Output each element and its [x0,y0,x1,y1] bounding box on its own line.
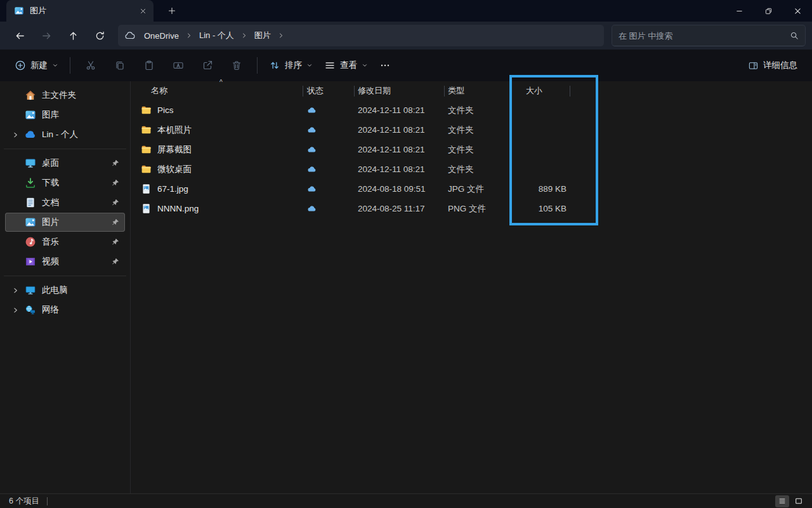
tab-title: 图片 [30,5,136,17]
file-row[interactable]: 本机照片2024-12-11 08:21文件夹 [131,120,812,140]
column-header-1[interactable]: 状态 [303,85,354,97]
pin-icon [111,159,120,168]
paste-button[interactable] [135,54,163,77]
file-row[interactable]: 微软桌面2024-12-11 08:21文件夹 [131,159,812,179]
sidebar-item-desktop[interactable]: 桌面 [5,154,125,173]
image-file-icon [141,203,152,214]
chevron-right-icon[interactable] [278,32,284,39]
file-explorer-window: { "tab": { "title": "图片" }, "navbar": { … [0,0,812,508]
details-pane-button[interactable]: 详细信息 [742,55,803,76]
sidebar-item-documents[interactable]: 文档 [5,193,125,212]
chevron-right-icon[interactable] [12,287,19,294]
sidebar-item-network[interactable]: 网络 [5,300,125,319]
column-separator[interactable] [444,86,445,97]
toolbar-separator [70,57,70,74]
column-header-2[interactable]: 修改日期 [354,85,444,97]
column-header-0[interactable]: 名称 [131,85,303,97]
back-icon [15,30,25,41]
sidebar-item-onedrive-lin[interactable]: Lin - 个人 [5,125,125,144]
sidebar-item-music[interactable]: 音乐 [5,232,125,251]
rename-button[interactable] [164,54,192,77]
chevron-right-icon[interactable] [186,32,192,39]
cut-icon [84,59,97,72]
delete-button[interactable] [223,54,251,77]
pc-icon [25,284,36,296]
new-tab-button[interactable] [162,1,181,20]
folder-icon [141,144,152,155]
breadcrumb-item-2[interactable]: 图片 [251,27,275,44]
sidebar-item-label: 此电脑 [38,284,106,296]
view-button-label: 查看 [340,60,357,71]
sort-ascending-indicator: ^ [219,79,223,86]
sidebar-item-label: 桌面 [38,157,106,169]
breadcrumb-item-1[interactable]: Lin - 个人 [195,27,238,44]
sidebar-item-home[interactable]: 主文件夹 [5,86,125,105]
file-name-cell: Pics [131,105,303,116]
sidebar-item-videos[interactable]: 视频 [5,252,125,271]
up-button[interactable] [61,25,85,46]
cut-button[interactable] [77,54,105,77]
chevron-spacer [12,239,19,246]
restore-button[interactable] [754,0,783,22]
file-row[interactable]: NNNN.png2024-08-25 11:17PNG 文件105 KB [131,199,812,218]
file-type: 文件夹 [444,144,511,156]
sort-button-label: 排序 [285,60,302,71]
chevron-right-icon[interactable] [241,32,247,39]
column-separator[interactable] [303,86,303,97]
copy-button[interactable] [106,54,134,77]
forward-button[interactable] [34,25,58,46]
more-options-button[interactable] [374,55,396,76]
minimize-button[interactable] [724,0,754,22]
pin-icon [111,218,120,227]
share-button[interactable] [193,54,221,77]
close-icon [140,8,146,14]
tab-pictures[interactable]: 图片 [6,0,154,22]
videos-icon [25,256,36,267]
file-date: 2024-12-11 08:21 [354,125,444,135]
back-button[interactable] [8,25,32,46]
sidebar-item-downloads[interactable]: 下载 [5,173,125,192]
ellipsis-icon [379,60,391,71]
file-row[interactable]: 67-1.jpg2024-08-18 09:51JPG 文件889 KB [131,179,812,199]
sidebar-item-label: 主文件夹 [38,90,106,101]
details-panel-icon [748,60,759,71]
breadcrumb-item-0[interactable]: OneDrive [140,29,183,43]
details-view-button[interactable] [775,495,789,507]
refresh-button[interactable] [88,25,112,46]
file-size: 889 KB [511,184,572,194]
view-button[interactable]: 查看 [318,55,374,76]
search-icon[interactable] [790,31,799,40]
search-box[interactable] [612,25,806,46]
rename-icon [172,59,185,72]
sidebar-item-gallery[interactable]: 图库 [5,105,125,124]
tab-close-button[interactable] [136,4,150,18]
cloud-icon [307,145,317,154]
chevron-right-icon[interactable] [12,131,19,138]
command-toolbar: 新建 排序 查看 详细信息 [0,50,812,81]
restore-icon [765,8,772,15]
file-date: 2024-08-25 11:17 [354,204,444,213]
column-header-4[interactable]: 大小 [511,85,572,97]
column-header-3[interactable]: 类型 [444,85,511,97]
column-separator[interactable] [354,86,355,97]
file-row[interactable]: Pics2024-12-11 08:21文件夹 [131,100,812,120]
file-status-cell [303,204,354,213]
trash-icon [230,59,243,72]
close-button[interactable] [783,0,812,22]
search-input[interactable] [619,31,786,41]
file-row[interactable]: 屏幕截图2024-12-11 08:21文件夹 [131,140,812,159]
file-name-cell: 屏幕截图 [131,144,303,156]
onedrive-cloud-icon [124,30,135,41]
breadcrumb[interactable]: OneDriveLin - 个人图片 [118,25,604,46]
view-toggles [775,495,806,507]
file-name-cell: 本机照片 [131,124,303,136]
chevron-right-icon[interactable] [12,307,19,314]
sidebar-item-pictures[interactable]: 图片 [5,213,125,232]
file-date: 2024-12-11 08:21 [354,164,444,174]
file-status-cell [303,125,354,135]
large-icons-view-button[interactable] [792,495,806,507]
sort-button[interactable]: 排序 [263,55,318,76]
column-separator[interactable] [570,86,570,97]
new-button[interactable]: 新建 [9,55,64,76]
sidebar-item-this-pc[interactable]: 此电脑 [5,281,125,300]
